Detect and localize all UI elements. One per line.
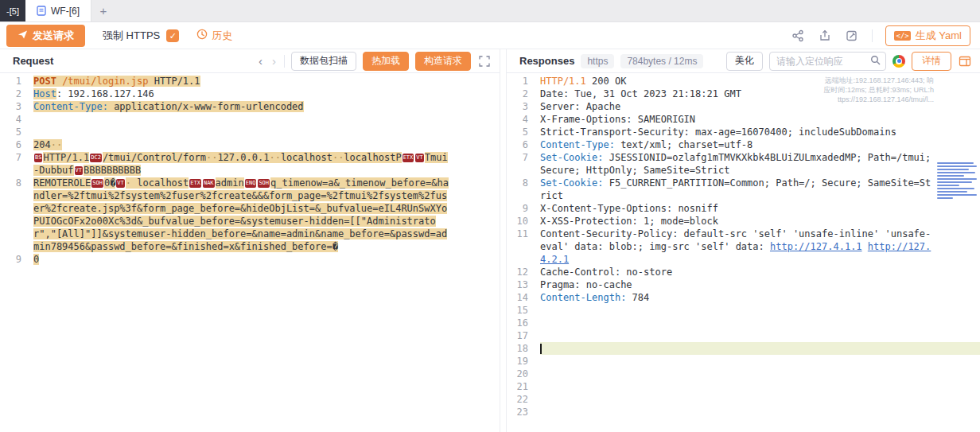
line-content[interactable] (540, 317, 980, 329)
search-icon[interactable] (870, 54, 881, 68)
editor-line[interactable]: 1HTTP/1.1 200 OK (507, 75, 980, 88)
editor-line[interactable]: 8REMOTEROLESOH0�VT· localhostETXNAKadmin… (0, 177, 500, 253)
editor-line[interactable]: 10X-XSS-Protection: 1; mode=block (507, 215, 980, 228)
editor-line[interactable]: 23 (507, 406, 980, 418)
chrome-icon[interactable] (892, 55, 905, 68)
editor-line[interactable]: 2Date: Tue, 31 Oct 2023 21:18:21 GMT (507, 88, 980, 100)
generate-yaml-button[interactable]: </> 生成 Yaml (885, 25, 970, 46)
editor-line[interactable]: 15 (507, 304, 980, 317)
line-content[interactable]: Cache-Control: no-store (540, 266, 980, 278)
editor-line[interactable]: 7Set-Cookie: JSESSIONID=ozlafg1mTMVKXkbk… (507, 151, 980, 177)
editor-line[interactable]: 6204·· (0, 138, 500, 151)
editor-line[interactable]: 22 (507, 393, 980, 406)
editor-line[interactable]: 2Host: 192.168.127.146 (0, 88, 500, 100)
share-icon[interactable] (791, 29, 805, 43)
fullscreen-icon[interactable] (477, 54, 492, 68)
details-button[interactable]: 详情 (912, 52, 951, 71)
line-content[interactable]: Server: Apache (540, 100, 980, 113)
corner-tab[interactable]: -[5] (0, 0, 25, 21)
line-content[interactable] (540, 304, 980, 317)
editor-line[interactable]: 9X-Content-Type-Options: nosniff (507, 202, 980, 215)
packet-scan-button[interactable]: 数据包扫描 (291, 52, 356, 71)
editor-line[interactable]: 3Server: Apache (507, 100, 980, 113)
hot-reload-button[interactable]: 热加载 (363, 52, 409, 71)
line-content[interactable] (33, 126, 500, 138)
send-request-button[interactable]: 发送请求 (6, 25, 85, 47)
line-content[interactable]: Content-Type: application/x-www-form-url… (33, 100, 500, 113)
export-icon[interactable] (818, 29, 832, 43)
clock-icon (196, 29, 208, 42)
next-page-button[interactable]: › (270, 55, 278, 67)
panel-splitter[interactable] (500, 49, 507, 432)
editor-line[interactable]: 18 (507, 342, 980, 355)
editor-line[interactable]: 4 (0, 113, 500, 126)
line-content[interactable]: POST /tmui/login.jsp HTTP/1.1 (33, 75, 500, 88)
line-content[interactable]: Strict-Transport-Security: max-age=16070… (540, 126, 980, 138)
editor-line[interactable]: 1POST /tmui/login.jsp HTTP/1.1 (0, 75, 500, 88)
line-content[interactable] (540, 355, 980, 368)
line-content[interactable]: Set-Cookie: JSESSIONID=ozlafg1mTMVKXkbk4… (540, 151, 980, 177)
editor-line[interactable]: 20 (507, 368, 980, 380)
construct-request-button[interactable]: 构造请求 (415, 52, 471, 71)
line-content[interactable]: X-Frame-Options: SAMEORIGIN (540, 113, 980, 126)
line-content[interactable]: X-XSS-Protection: 1; mode=block (540, 215, 980, 228)
line-content[interactable]: Set-Cookie: F5_CURRENT_PARTITION=Common;… (540, 177, 980, 202)
beautify-button[interactable]: 美化 (726, 52, 763, 71)
fuzzer-toolbar: 发送请求 强制 HTTPS ✓ 历史 </> 生成 Yaml (0, 22, 980, 49)
history-button[interactable]: 历史 (196, 29, 232, 43)
editor-line[interactable]: 90 (0, 253, 500, 266)
response-editor[interactable]: 1HTTP/1.1 200 OK2Date: Tue, 31 Oct 2023 … (507, 73, 980, 432)
editor-line[interactable]: 5 (0, 126, 500, 138)
force-https-checkbox[interactable]: ✓ (166, 29, 179, 42)
editor-line[interactable]: 14Content-Length: 784 (507, 291, 980, 304)
code-token: 192.168.127.146 (68, 88, 154, 99)
edit-icon[interactable] (845, 29, 859, 43)
line-content[interactable] (540, 380, 980, 393)
line-content[interactable]: HTTP/1.1 200 OK (540, 75, 980, 88)
editor-line[interactable]: 5Strict-Transport-Security: max-age=1607… (507, 126, 980, 138)
line-content[interactable] (540, 393, 980, 406)
response-search-input[interactable] (776, 56, 870, 67)
line-content[interactable]: Pragma: no-cache (540, 278, 980, 291)
tab-wf-6[interactable]: WF-[6] (25, 0, 91, 21)
line-content[interactable]: X-Content-Type-Options: nosniff (540, 202, 980, 215)
request-title: Request (13, 55, 53, 67)
line-content[interactable]: REMOTEROLESOH0�VT· localhostETXNAKadminE… (33, 177, 500, 253)
line-content[interactable]: Date: Tue, 31 Oct 2023 21:18:21 GMT (540, 88, 980, 100)
render-view-icon[interactable] (958, 54, 972, 68)
line-content[interactable] (540, 406, 980, 418)
editor-line[interactable]: 4X-Frame-Options: SAMEORIGIN (507, 113, 980, 126)
line-content[interactable] (33, 113, 500, 126)
line-content[interactable]: 204·· (33, 138, 500, 151)
line-number: 5 (507, 126, 540, 138)
editor-line[interactable]: 21 (507, 380, 980, 393)
editor-minimap[interactable] (937, 162, 978, 199)
line-content[interactable]: Content-Security-Policy: default-src 'se… (540, 228, 980, 266)
editor-line[interactable]: 13Pragma: no-cache (507, 278, 980, 291)
editor-line[interactable]: 19 (507, 355, 980, 368)
editor-line[interactable]: 3Content-Type: application/x-www-form-ur… (0, 100, 500, 113)
editor-line[interactable]: 12Cache-Control: no-store (507, 266, 980, 278)
editor-line[interactable]: 11Content-Security-Policy: default-src '… (507, 228, 980, 266)
line-content[interactable] (540, 342, 980, 355)
editor-line[interactable]: 17 (507, 329, 980, 342)
control-char-badge: DC2 (90, 154, 102, 162)
editor-line[interactable]: 16 (507, 317, 980, 329)
line-content[interactable]: Content-Type: text/xml; charset=utf-8 (540, 138, 980, 151)
prev-page-button[interactable]: ‹ (257, 55, 264, 67)
line-content[interactable] (540, 329, 980, 342)
line-content[interactable]: 0 (33, 253, 500, 266)
toolbar-right-group: </> 生成 Yaml (791, 25, 970, 46)
line-content[interactable]: Content-Length: 784 (540, 291, 980, 304)
code-token: HTTP/1.1 (540, 76, 586, 87)
editor-line[interactable]: 7BSHTTP/1.1DC2/tmui/Control/form··127.0.… (0, 151, 500, 177)
editor-line[interactable]: 8Set-Cookie: F5_CURRENT_PARTITION=Common… (507, 177, 980, 202)
code-token: /tmui/login.jsp (62, 76, 148, 87)
request-editor[interactable]: 1POST /tmui/login.jsp HTTP/1.12Host: 192… (0, 73, 500, 432)
line-content[interactable]: BSHTTP/1.1DC2/tmui/Control/form··127.0.0… (33, 151, 500, 177)
line-content[interactable] (540, 368, 980, 380)
editor-line[interactable]: 6Content-Type: text/xml; charset=utf-8 (507, 138, 980, 151)
add-tab-button[interactable]: + (91, 0, 115, 21)
code-token: 127.0.0.1 (217, 152, 269, 163)
line-content[interactable]: Host: 192.168.127.146 (33, 88, 500, 100)
